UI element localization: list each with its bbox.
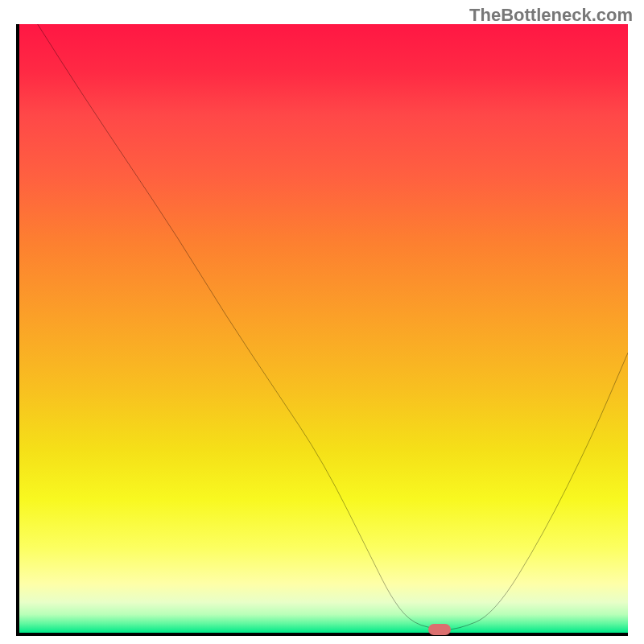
- plot-area: [16, 24, 628, 636]
- curve-svg: [19, 24, 628, 633]
- optimal-marker: [428, 624, 451, 635]
- bottleneck-curve: [38, 24, 628, 630]
- watermark-text: TheBottleneck.com: [469, 5, 633, 26]
